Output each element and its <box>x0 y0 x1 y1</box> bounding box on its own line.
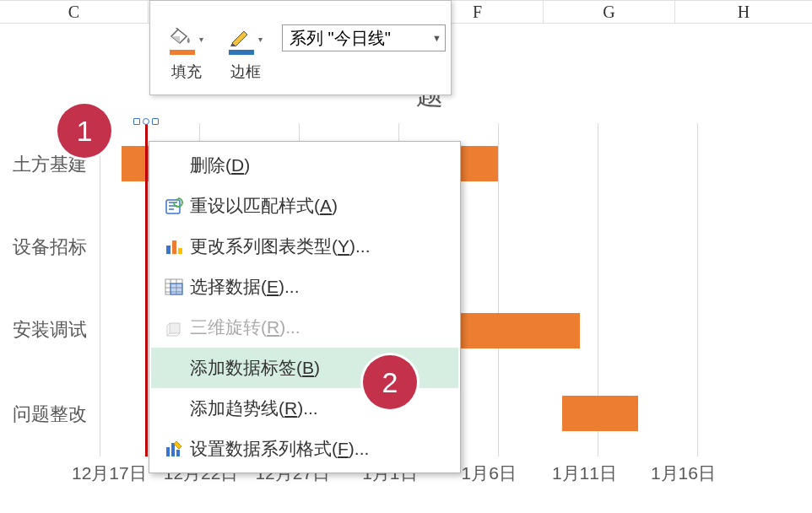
border-button[interactable]: ▾ 边框 <box>216 18 275 82</box>
svg-rect-12 <box>166 447 170 456</box>
menu-change-chart-type[interactable]: 更改系列图表类型(Y)... <box>151 226 458 267</box>
menu-3d-rotation: 三维旋转(R)... <box>151 307 458 348</box>
x-label-5: 1月11日 <box>552 462 617 485</box>
y-label-3: 问题整改 <box>13 402 87 427</box>
gridline <box>498 123 499 456</box>
reset-style-icon <box>158 196 190 216</box>
handle-tc[interactable] <box>143 118 149 125</box>
svg-rect-11 <box>171 284 182 294</box>
col-header-h[interactable]: H <box>675 0 812 24</box>
paint-bucket-icon <box>170 28 197 55</box>
series-dropdown[interactable]: 系列 "今日线" ▼ <box>282 24 446 51</box>
handle-tr[interactable] <box>152 118 159 125</box>
menu-format-series[interactable]: 设置数据系列格式(F)... <box>151 429 458 469</box>
x-label-0: 12月17日 <box>72 462 147 485</box>
fill-label: 填充 <box>171 62 202 82</box>
svg-rect-4 <box>178 248 182 254</box>
gridline <box>697 123 698 456</box>
svg-rect-13 <box>171 443 175 456</box>
x-label-6: 1月16日 <box>651 462 716 485</box>
menu-select-data[interactable]: 选择数据(E)... <box>151 267 458 307</box>
chevron-down-icon: ▾ <box>199 35 203 44</box>
col-header-c[interactable]: C <box>0 0 149 24</box>
menu-reset-style[interactable]: 重设以匹配样式(A) <box>151 186 458 226</box>
menu-delete[interactable]: 删除(D) <box>151 145 458 186</box>
fill-button[interactable]: ▾ 填充 <box>157 18 216 82</box>
y-label-2: 安装调试 <box>13 317 87 343</box>
svg-line-0 <box>175 28 178 30</box>
series-dropdown-value: 系列 "今日线" <box>290 27 391 50</box>
svg-rect-14 <box>176 450 180 456</box>
callout-2: 2 <box>363 355 417 409</box>
context-menu: 删除(D) 重设以匹配样式(A) 更改系列图表类型(Y)... 选择数据(E).… <box>149 141 461 473</box>
svg-rect-3 <box>172 240 176 254</box>
y-label-1: 设备招标 <box>13 235 87 260</box>
callout-1: 1 <box>57 104 111 158</box>
column-chart-icon <box>158 237 190 256</box>
col-header-g[interactable]: G <box>544 0 675 24</box>
today-line[interactable] <box>145 123 148 456</box>
chevron-down-icon: ▾ <box>258 35 263 44</box>
format-series-icon <box>158 440 190 458</box>
svg-rect-2 <box>166 246 171 254</box>
pen-icon <box>229 28 256 55</box>
bar-task-3[interactable] <box>562 396 638 431</box>
x-label-4: 1月6日 <box>462 462 517 485</box>
chevron-down-icon: ▼ <box>432 33 441 43</box>
border-label: 边框 <box>230 62 261 82</box>
handle-tl[interactable] <box>133 118 140 125</box>
select-data-icon <box>158 278 190 296</box>
cube-icon <box>158 318 190 337</box>
gridline <box>100 123 100 456</box>
mini-toolbar: ▾ 填充 ▾ 边框 系列 "今日线" ▼ <box>149 0 452 95</box>
